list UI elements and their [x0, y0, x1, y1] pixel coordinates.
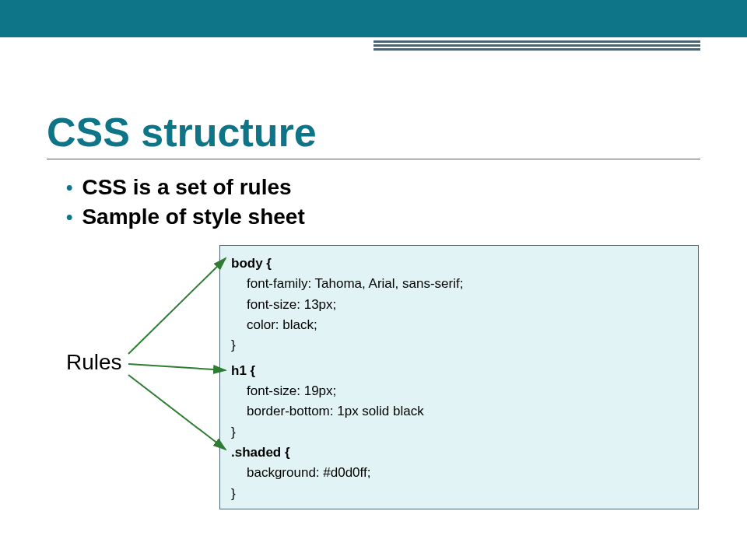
code-close: } — [231, 422, 687, 443]
bullet-item: • Sample of style sheet — [66, 205, 305, 229]
arrow-icon — [128, 258, 226, 354]
bullet-icon: • — [66, 178, 72, 197]
code-prop: font-family: Tahoma, Arial, sans-serif; — [231, 274, 687, 294]
bullet-item: • CSS is a set of rules — [66, 175, 305, 200]
bullet-text: Sample of style sheet — [82, 205, 304, 229]
top-accent-bar — [0, 0, 747, 37]
bullet-list: • CSS is a set of rules • Sample of styl… — [66, 175, 305, 234]
arrow-icon — [128, 364, 226, 370]
code-sample-box: body { font-family: Tahoma, Arial, sans-… — [219, 245, 699, 509]
code-selector: .shaded { — [231, 443, 687, 463]
decorative-rule-lines — [374, 40, 700, 51]
code-selector: body { — [231, 254, 687, 274]
bullet-icon: • — [66, 208, 72, 226]
code-close: } — [231, 484, 687, 504]
bullet-text: CSS is a set of rules — [82, 175, 291, 200]
code-prop: font-size: 13px; — [231, 295, 687, 315]
rules-label: Rules — [66, 350, 122, 375]
code-close: } — [231, 335, 687, 355]
code-prop: border-bottom: 1px solid black — [231, 401, 687, 422]
code-selector: h1 { — [231, 361, 687, 381]
slide-title: CSS structure — [47, 109, 700, 159]
code-prop: color: black; — [231, 315, 687, 335]
arrow-icon — [128, 375, 226, 450]
code-prop: background: #d0d0ff; — [231, 463, 687, 483]
code-prop: font-size: 19px; — [231, 381, 687, 401]
